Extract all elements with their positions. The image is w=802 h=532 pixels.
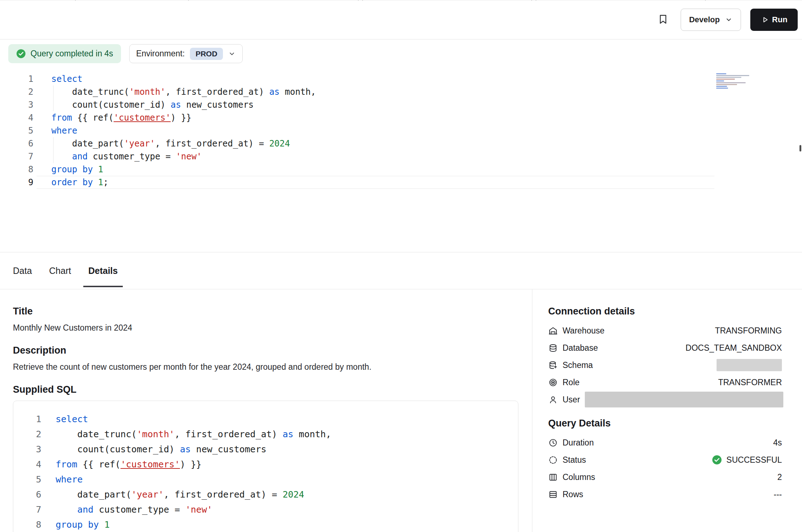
code-line-4: 4from {{ ref('customers') }} — [13, 457, 518, 472]
redacted-value — [717, 359, 782, 371]
query-details-heading: Query Details — [548, 417, 782, 429]
code-line-8[interactable]: 8group by 1 — [0, 163, 802, 176]
environment-selector[interactable]: Environment: PROD — [129, 44, 243, 63]
code-line-5: 5where — [13, 472, 518, 487]
database-icon — [548, 343, 558, 353]
redacted-value — [585, 392, 783, 407]
check-circle-icon — [16, 49, 26, 59]
query-row-label: Status — [563, 455, 586, 465]
connection-row-label: Role — [563, 378, 579, 387]
code-text: from {{ ref('customers') }} — [33, 111, 191, 124]
connection-row-label: Schema — [563, 360, 593, 370]
code-text: and customer_type = 'new' — [33, 150, 202, 163]
code-line-4[interactable]: 4from {{ ref('customers') }} — [0, 111, 802, 124]
connection-details-rows: WarehouseTRANSFORMINGDatabaseDOCS_TEAM_S… — [548, 322, 782, 408]
code-line-6[interactable]: 6 date_part('year', first_ordered_at) = … — [0, 137, 802, 150]
code-text: select — [41, 412, 88, 427]
sql-editor[interactable]: 1select2 date_trunc('month', first_order… — [0, 64, 802, 252]
line-number: 4 — [0, 111, 33, 124]
code-text: group by 1 — [41, 517, 110, 532]
code-text: count(customer_id) as new_customers — [41, 442, 266, 457]
duration-icon — [548, 438, 558, 448]
supplied-sql-card: 1select2 date_trunc('month', first_order… — [13, 401, 518, 532]
connection-panel: Connection details WarehouseTRANSFORMING… — [532, 289, 802, 532]
code-line-5[interactable]: 5where — [0, 124, 802, 137]
code-line-7[interactable]: 7 and customer_type = 'new' — [0, 150, 802, 163]
code-line-3[interactable]: 3 count(customer_id) as new_customers — [0, 98, 802, 111]
code-line-6: 6 date_part('year', first_ordered_at) = … — [13, 487, 518, 502]
title-heading: Title — [13, 305, 518, 317]
supplied-sql-heading: Supplied SQL — [13, 384, 518, 395]
rows-icon — [548, 490, 558, 499]
warehouse-icon — [548, 326, 558, 336]
code-line-2[interactable]: 2 date_trunc('month', first_ordered_at) … — [0, 85, 802, 98]
query-details-rows: Duration4sStatusSUCCESSFULColumns2Rows--… — [548, 434, 782, 503]
code-text: and customer_type = 'new' — [41, 502, 213, 517]
connection-row-value — [585, 392, 783, 407]
code-line-9[interactable]: 9order by 1; — [0, 176, 802, 189]
bookmark-button[interactable] — [655, 11, 671, 28]
code-line-2: 2 date_trunc('month', first_ordered_at) … — [13, 427, 518, 442]
tab-chart[interactable]: Chart — [49, 252, 71, 289]
tab-data[interactable]: Data — [13, 252, 32, 289]
code-line-1: 1select — [13, 412, 518, 427]
code-text: select — [33, 73, 83, 85]
query-row-value: SUCCESSFUL — [712, 455, 782, 465]
line-number: 4 — [13, 457, 41, 472]
code-text: group by 1 — [33, 163, 103, 176]
code-text: where — [41, 472, 83, 487]
code-text: where — [33, 124, 77, 137]
query-row-duration: Duration4s — [548, 434, 782, 451]
editor-code: 1select2 date_trunc('month', first_order… — [0, 73, 802, 189]
line-number: 7 — [0, 150, 33, 163]
code-text: date_part('year', first_ordered_at) = 20… — [41, 487, 304, 502]
supplied-sql-code: 1select2 date_trunc('month', first_order… — [13, 412, 518, 532]
environment-label: Environment: — [136, 49, 185, 59]
line-number: 5 — [13, 472, 41, 487]
connection-details-heading: Connection details — [548, 305, 782, 317]
query-status-badge: Query completed in 4s — [8, 44, 121, 63]
description-heading: Description — [13, 345, 518, 356]
schema-icon — [548, 360, 558, 370]
scrollbar-thumb[interactable] — [799, 145, 801, 151]
code-line-1[interactable]: 1select — [0, 73, 802, 85]
connection-row-value: DOCS_TEAM_SANDBOX — [686, 343, 782, 353]
code-line-8: 8group by 1 — [13, 517, 518, 532]
connection-row-role: RoleTRANSFORMER — [548, 374, 782, 391]
code-text: from {{ ref('customers') }} — [41, 457, 201, 472]
role-icon — [548, 378, 558, 387]
develop-button[interactable]: Develop — [681, 9, 741, 31]
code-text: date_trunc('month', first_ordered_at) as… — [33, 85, 316, 98]
check-circle-icon — [712, 455, 722, 465]
tab-details[interactable]: Details — [88, 252, 118, 289]
query-row-rows: Rows--- — [548, 486, 782, 503]
line-number: 2 — [13, 427, 41, 442]
bookmark-icon — [657, 14, 669, 26]
code-text: date_trunc('month', first_ordered_at) as… — [41, 427, 331, 442]
active-line-highlight — [37, 176, 714, 189]
app-root: Develop Run Query completed in 4s Enviro… — [0, 0, 802, 532]
results-tab-bar: DataChartDetails — [0, 252, 802, 289]
connection-row-database: DatabaseDOCS_TEAM_SANDBOX — [548, 339, 782, 356]
chevron-down-icon — [228, 50, 236, 58]
line-number: 1 — [13, 412, 41, 427]
run-button[interactable]: Run — [750, 9, 798, 31]
query-status-text: Query completed in 4s — [31, 49, 113, 59]
connection-row-warehouse: WarehouseTRANSFORMING — [548, 322, 782, 339]
code-line-3: 3 count(customer_id) as new_customers — [13, 442, 518, 457]
connection-row-value: TRANSFORMER — [718, 378, 782, 387]
line-number: 5 — [0, 124, 33, 137]
line-number: 2 — [0, 85, 33, 98]
line-number: 6 — [0, 137, 33, 150]
editor-minimap[interactable] — [716, 73, 752, 89]
line-number: 3 — [0, 98, 33, 111]
line-number: 1 — [0, 73, 33, 85]
query-row-status: StatusSUCCESSFUL — [548, 451, 782, 468]
columns-icon — [548, 472, 558, 482]
query-row-label: Rows — [563, 490, 583, 499]
line-number: 8 — [13, 517, 41, 532]
query-row-columns: Columns2 — [548, 468, 782, 486]
code-line-7: 7 and customer_type = 'new' — [13, 502, 518, 517]
title-value: Monthly New Customers in 2024 — [13, 322, 518, 333]
details-panel: Title Monthly New Customers in 2024 Desc… — [0, 289, 532, 532]
